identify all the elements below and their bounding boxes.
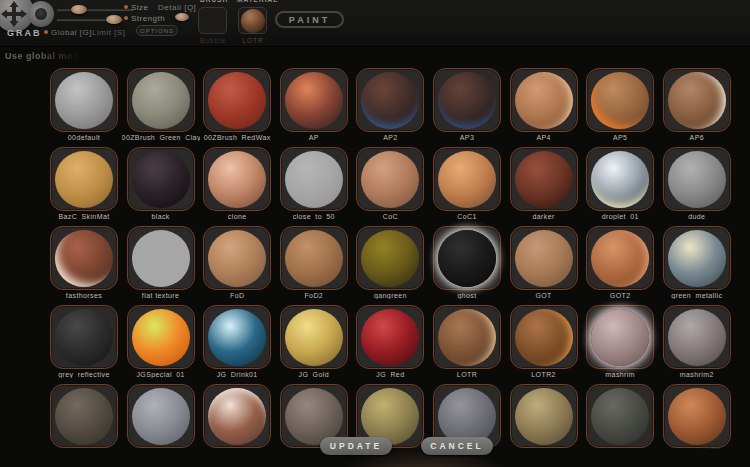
paint-mode-button[interactable]: PAINT [275, 11, 344, 28]
strength-slider-handle[interactable] [106, 15, 122, 24]
press-hint-label: Press [703, 443, 721, 450]
detail-slider-handle[interactable] [175, 13, 189, 21]
limit-mode-toggle[interactable]: Limit [S] [92, 28, 125, 37]
material-tile[interactable] [127, 226, 195, 290]
material-tile-label: AP [275, 134, 353, 141]
material-tile-label: GOT [505, 292, 583, 299]
material-tile[interactable] [510, 226, 578, 290]
update-button[interactable]: UPDATE [320, 437, 392, 455]
material-tile[interactable] [127, 147, 195, 211]
brush-thumbnail[interactable] [198, 7, 227, 34]
material-tile[interactable] [586, 147, 654, 211]
material-tile[interactable] [510, 68, 578, 132]
material-tile[interactable] [586, 68, 654, 132]
material-tile[interactable] [203, 226, 271, 290]
material-tile[interactable] [510, 305, 578, 369]
material-tile[interactable] [663, 68, 731, 132]
material-sphere-preview [668, 151, 726, 208]
detail-label: Detail [Q] [158, 3, 196, 12]
material-tile[interactable] [663, 147, 731, 211]
material-tile[interactable] [280, 68, 348, 132]
material-tile[interactable] [663, 305, 731, 369]
dot-icon [35, 8, 47, 20]
material-tile-label: droplet_01 [581, 213, 659, 220]
material-thumbnail[interactable] [238, 7, 267, 34]
material-tile[interactable] [203, 147, 271, 211]
material-tile[interactable] [50, 147, 118, 211]
material-tile[interactable] [203, 305, 271, 369]
material-name-label: LOTR [236, 37, 270, 44]
material-tile-label: clone [198, 213, 276, 220]
material-tile[interactable] [586, 226, 654, 290]
material-tile-label: FoD [198, 292, 276, 299]
material-sphere-preview [55, 309, 113, 366]
global-mode-toggle[interactable]: Global [G] [44, 28, 92, 37]
material-sphere-preview [285, 72, 343, 129]
material-sphere-preview [208, 388, 266, 445]
material-tile-label: AP6 [658, 134, 736, 141]
material-tile-label: JG_Gold [275, 371, 353, 378]
material-sphere-preview [591, 388, 649, 445]
material-tile[interactable] [586, 384, 654, 448]
material-tile[interactable] [50, 384, 118, 448]
material-tile[interactable] [356, 147, 424, 211]
toolbar: GRAB Size Detail [Q] Strength OPTIONS Gl… [0, 0, 750, 46]
material-tile-label: grey_reflective [45, 371, 123, 378]
material-tile[interactable] [127, 384, 195, 448]
material-sphere-preview [668, 388, 726, 445]
material-tile[interactable] [203, 384, 271, 448]
material-sphere-preview [285, 151, 343, 208]
cancel-button[interactable]: CANCEL [421, 437, 493, 455]
size-label: Size [124, 3, 149, 12]
material-sphere-preview [361, 230, 419, 287]
size-slider-handle[interactable] [71, 5, 87, 14]
material-tile[interactable] [356, 68, 424, 132]
material-tile[interactable] [510, 147, 578, 211]
material-sphere-preview [55, 388, 113, 445]
material-tile-label: JG_Red [351, 371, 429, 378]
material-tile-label: LOTR [428, 371, 506, 378]
material-tile[interactable] [50, 305, 118, 369]
strength-label: Strength [124, 14, 165, 23]
material-sphere-preview [55, 151, 113, 208]
global-bullet-icon [44, 30, 48, 34]
material-tile[interactable] [280, 305, 348, 369]
material-sphere-preview [515, 151, 573, 208]
material-tile[interactable] [50, 68, 118, 132]
material-sphere-preview [132, 151, 190, 208]
material-sphere-preview [285, 309, 343, 366]
material-tile[interactable] [663, 226, 731, 290]
material-section-title: MATERIAL [237, 0, 278, 3]
material-tile-label: ghost [428, 292, 506, 299]
material-tile[interactable] [433, 68, 501, 132]
material-tile[interactable] [50, 226, 118, 290]
material-tile[interactable] [127, 68, 195, 132]
options-button[interactable]: OPTIONS [136, 25, 178, 36]
material-tile[interactable] [510, 384, 578, 448]
material-tile[interactable] [356, 305, 424, 369]
move-arrows-icon [1, 1, 27, 27]
material-sphere-preview [208, 309, 266, 366]
material-tile[interactable] [203, 68, 271, 132]
material-tile-label: close_to_50 [275, 213, 353, 220]
material-tile[interactable] [663, 384, 731, 448]
material-tile[interactable] [356, 226, 424, 290]
material-tile[interactable] [280, 226, 348, 290]
material-sphere-preview [361, 151, 419, 208]
material-sphere-preview [591, 230, 649, 287]
material-sphere-preview [132, 309, 190, 366]
material-tile-label: fasthorses [45, 292, 123, 299]
material-tile-label: JGSpecial_01 [122, 371, 200, 378]
material-sphere-preview [515, 388, 573, 445]
material-tile-label: mashrim [581, 371, 659, 378]
material-tile[interactable] [433, 226, 501, 290]
material-sphere-preview [132, 388, 190, 445]
size-slider[interactable] [57, 9, 133, 11]
material-tile[interactable] [127, 305, 195, 369]
material-tile[interactable] [433, 305, 501, 369]
material-tile[interactable] [433, 147, 501, 211]
material-tile[interactable] [586, 305, 654, 369]
material-tile[interactable] [280, 147, 348, 211]
draw-tool-button[interactable] [28, 1, 54, 27]
size-bullet-icon [124, 5, 128, 9]
